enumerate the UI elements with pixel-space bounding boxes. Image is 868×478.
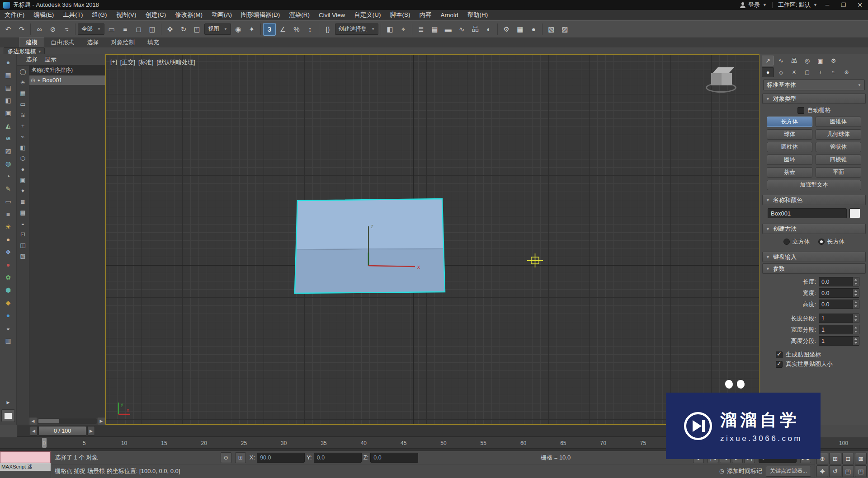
left-strip-icon-14[interactable]: ● bbox=[2, 234, 14, 245]
sort-header[interactable]: 名称(按升序排序) bbox=[29, 66, 105, 75]
toggle-layer-explorer-button[interactable]: ▤ bbox=[428, 23, 441, 36]
left-strip-icon-17[interactable]: ✿ bbox=[2, 272, 14, 283]
explorer-tool-icon-7[interactable]: ◧ bbox=[18, 142, 28, 153]
checkbox-生成贴图坐标[interactable] bbox=[776, 351, 783, 358]
object-type-加强型文本[interactable]: 加强型文本 bbox=[767, 180, 861, 190]
named-selection-dropdown[interactable]: 创建选择集 bbox=[335, 23, 378, 35]
menu-item[interactable]: 文件(F) bbox=[0, 10, 29, 20]
explorer-scrollbar[interactable]: ◀ ▶ bbox=[29, 417, 105, 425]
primitive-category-dropdown[interactable]: 标准基本体 bbox=[763, 80, 865, 90]
explorer-tool-icon-3[interactable]: ▭ bbox=[18, 99, 28, 109]
creation-method-长方体[interactable]: 长方体 bbox=[818, 238, 845, 246]
select-and-scale-button[interactable]: ◰ bbox=[191, 23, 203, 36]
explorer-tool-icon-11[interactable]: ✦ bbox=[18, 186, 28, 196]
viewport-label-segment-0[interactable]: [+] bbox=[110, 58, 117, 66]
maximize-button[interactable]: ❐ bbox=[835, 0, 852, 10]
explorer-tool-icon-12[interactable]: ≣ bbox=[18, 197, 28, 207]
unlink-selection-button[interactable]: ⊘ bbox=[47, 23, 59, 36]
panel-tab-display[interactable]: ▣ bbox=[814, 56, 826, 66]
scroll-right-icon[interactable]: ▶ bbox=[98, 417, 105, 425]
panel-tab-create[interactable]: ↗ bbox=[762, 56, 774, 66]
spinner-icon[interactable] bbox=[853, 289, 859, 297]
scene-explorer-row[interactable]: ⊙●Box001 bbox=[29, 75, 105, 85]
left-strip-icon-1[interactable]: ▦ bbox=[2, 69, 14, 80]
explorer-tool-icon-2[interactable]: ▦ bbox=[18, 88, 28, 98]
snap-toggle-3d-button[interactable]: 3 bbox=[263, 23, 276, 36]
explorer-tool-icon-10[interactable]: ▣ bbox=[18, 175, 28, 185]
viewport-label-segment-3[interactable]: [默认明暗处理] bbox=[156, 58, 195, 66]
parameter-field-高度分段:[interactable]: 1 bbox=[819, 336, 859, 346]
axis-field-Z:[interactable]: 0.0 bbox=[370, 453, 418, 463]
panel-tab-modify[interactable]: ∿ bbox=[775, 56, 787, 66]
parameter-field-长度分段:[interactable]: 1 bbox=[819, 314, 859, 323]
explorer-tool-icon-16[interactable]: ◫ bbox=[18, 240, 28, 250]
rectangular-selection-button[interactable]: ◻ bbox=[132, 23, 145, 36]
explorer-tool-icon-15[interactable]: ⊡ bbox=[18, 229, 28, 239]
maxscript-mini-listener[interactable]: MAXScript 迷 bbox=[0, 451, 51, 478]
left-strip-icon-5[interactable]: ◭ bbox=[2, 120, 14, 131]
toggle-scene-explorer-button[interactable]: ≣ bbox=[415, 23, 427, 36]
ribbon-tab-建模[interactable]: 建模 bbox=[19, 37, 44, 47]
close-button[interactable]: ✕ bbox=[852, 0, 868, 10]
axis-field-X:[interactable]: 90.0 bbox=[257, 453, 305, 463]
left-strip-icon-22[interactable]: ▥ bbox=[2, 335, 14, 346]
left-strip-icon-21[interactable]: ◒ bbox=[2, 322, 14, 333]
object-type-圆柱体[interactable]: 圆柱体 bbox=[767, 142, 812, 152]
left-strip-icon-19[interactable]: ◆ bbox=[2, 297, 14, 308]
creation-method-立方体[interactable]: 立方体 bbox=[783, 238, 810, 246]
menu-item[interactable]: 编辑(E) bbox=[29, 10, 58, 20]
rollout-header-keyboard-entry[interactable]: 键盘输入 bbox=[762, 252, 866, 262]
spinner-snap-toggle-button[interactable]: ↕ bbox=[304, 23, 316, 36]
explorer-tool-icon-6[interactable]: ⌁ bbox=[18, 131, 28, 142]
render-setup-button[interactable]: ⚙ bbox=[500, 23, 513, 36]
category-shapes[interactable]: ◇ bbox=[775, 67, 787, 77]
nav-button-6[interactable]: ◰ bbox=[842, 465, 854, 477]
time-slider[interactable]: ◀ 0 / 100 ▶ bbox=[17, 425, 756, 437]
parameter-field-宽度分段:[interactable]: 1 bbox=[819, 325, 859, 334]
box-top-face[interactable] bbox=[296, 199, 443, 250]
autogrid-checkbox[interactable] bbox=[797, 107, 804, 114]
redo-button[interactable]: ↷ bbox=[15, 23, 28, 36]
rollout-header-creation-method[interactable]: 创建方法 bbox=[762, 224, 866, 234]
absolute-mode-toggle[interactable]: ⊞ bbox=[235, 452, 246, 463]
edit-named-selection-button[interactable]: {} bbox=[321, 23, 334, 36]
viewport-layout-button[interactable] bbox=[1, 409, 15, 422]
panel-tab-utilities[interactable]: ⚙ bbox=[827, 56, 840, 66]
menu-item[interactable]: 内容 bbox=[415, 10, 436, 20]
object-type-管状体[interactable]: 管状体 bbox=[816, 142, 861, 152]
render-production-button[interactable]: ● bbox=[527, 23, 540, 36]
ribbon-tab-填充[interactable]: 填充 bbox=[141, 37, 165, 47]
rendered-frame-button[interactable]: ▦ bbox=[514, 23, 526, 36]
explorer-menu-显示[interactable]: 显示 bbox=[45, 56, 57, 64]
scroll-left-icon[interactable]: ◀ bbox=[29, 417, 37, 425]
panel-tab-hierarchy[interactable]: 品 bbox=[788, 56, 800, 66]
ribbon-tab-对象绘制[interactable]: 对象绘制 bbox=[105, 37, 141, 47]
viewcube-cube[interactable] bbox=[711, 67, 732, 86]
menu-item[interactable]: 帮助(H) bbox=[463, 10, 493, 20]
menu-item[interactable]: 自定义(U) bbox=[349, 10, 385, 20]
toggle-ribbon-button[interactable]: ▬ bbox=[442, 23, 454, 36]
spinner-icon[interactable] bbox=[853, 300, 859, 309]
object-type-平面[interactable]: 平面 bbox=[816, 167, 861, 178]
object-type-圆环[interactable]: 圆环 bbox=[767, 155, 812, 165]
rollout-header-object-type[interactable]: 对象类型 bbox=[762, 94, 866, 104]
left-strip-icon-8[interactable]: ◍ bbox=[2, 158, 14, 169]
box-front-face[interactable] bbox=[295, 249, 445, 293]
select-object-button[interactable]: ▭ bbox=[105, 23, 118, 36]
explorer-tool-icon-5[interactable]: + bbox=[18, 121, 28, 131]
select-by-name-button[interactable]: ≡ bbox=[119, 23, 132, 36]
time-slider-prev-icon[interactable]: ◀ bbox=[30, 426, 38, 436]
mirror-button[interactable]: ◧ bbox=[383, 23, 396, 36]
nav-button-5[interactable]: ↺ bbox=[829, 465, 841, 477]
parameter-field-长度:[interactable]: 0.0 bbox=[819, 277, 859, 286]
left-strip-icon-7[interactable]: ▨ bbox=[2, 145, 14, 156]
left-strip-icon-6[interactable]: ≋ bbox=[2, 132, 14, 144]
explorer-tool-icon-4[interactable]: ≋ bbox=[18, 110, 28, 120]
select-and-manipulate-button[interactable]: ✦ bbox=[245, 23, 258, 36]
object-type-茶壶[interactable]: 茶壶 bbox=[767, 167, 812, 178]
window-crossing-button[interactable]: ◫ bbox=[146, 23, 159, 36]
checkbox-真实世界贴图大小[interactable] bbox=[776, 361, 783, 368]
menu-item[interactable]: 工具(T) bbox=[58, 10, 87, 20]
menu-item[interactable]: 修改器(M) bbox=[170, 10, 207, 20]
menu-item[interactable]: 动画(A) bbox=[207, 10, 236, 20]
